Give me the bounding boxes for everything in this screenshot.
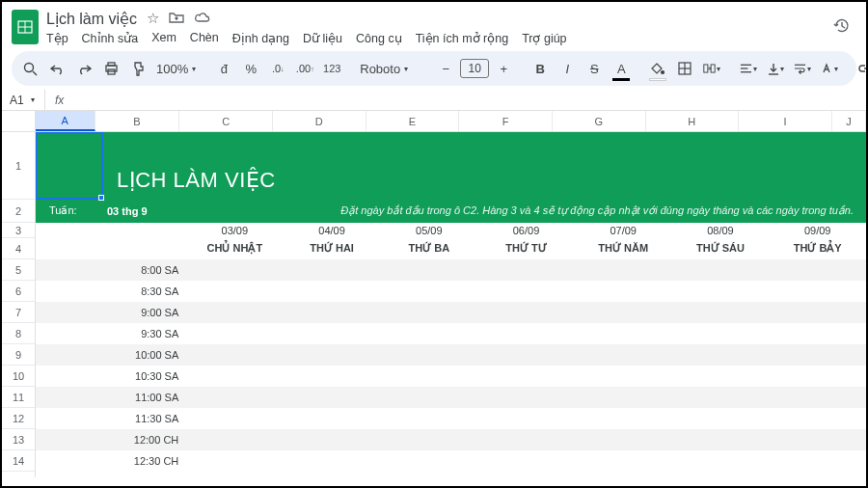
row-header[interactable]: 9: [2, 344, 35, 366]
day-date[interactable]: 08/09: [672, 223, 770, 237]
sheet-body[interactable]: LỊCH LÀM VIỆC Tuần: 03 thg 9 Đặt ngày bắ…: [36, 132, 866, 477]
col-header[interactable]: F: [459, 111, 553, 131]
time-cell[interactable]: 10:00 SA: [97, 344, 186, 365]
row-header[interactable]: 6: [2, 281, 35, 302]
halign-icon[interactable]: ▾: [740, 57, 757, 80]
font-select[interactable]: Roboto▾: [360, 62, 418, 76]
day-name[interactable]: THỨ SÁU: [672, 238, 770, 258]
banner-note[interactable]: Đặt ngày bắt đầu trong ô C2. Hàng 3 và 4…: [200, 200, 865, 222]
wrap-icon[interactable]: ▾: [794, 57, 811, 80]
day-date[interactable]: 06/09: [477, 223, 575, 237]
col-header[interactable]: H: [646, 111, 740, 131]
menu-extensions[interactable]: Tiện ích mở rộng: [416, 31, 508, 45]
time-cell[interactable]: 11:30 SA: [97, 408, 186, 428]
col-header[interactable]: G: [553, 111, 646, 131]
row-header[interactable]: 4: [2, 238, 35, 259]
doc-title[interactable]: Lịch làm việc: [46, 10, 137, 28]
svg-rect-12: [704, 65, 708, 72]
sheet-title[interactable]: LỊCH LÀM VIỆC: [103, 132, 865, 199]
day-name[interactable]: THỨ HAI: [284, 238, 381, 258]
redo-icon[interactable]: [75, 57, 93, 80]
merge-icon[interactable]: ▾: [703, 57, 720, 80]
menu-insert[interactable]: Chèn: [190, 31, 219, 45]
time-cell[interactable]: 12:30 CH: [97, 450, 186, 471]
menu-data[interactable]: Dữ liệu: [303, 31, 342, 45]
rotate-text-icon[interactable]: ▾: [821, 57, 838, 80]
paint-format-icon[interactable]: [129, 57, 147, 80]
col-header[interactable]: D: [273, 111, 366, 131]
row-header[interactable]: 7: [2, 302, 35, 323]
row-header[interactable]: 13: [2, 429, 35, 450]
italic-button[interactable]: I: [558, 57, 576, 80]
day-date[interactable]: 04/09: [284, 223, 381, 237]
menu-file[interactable]: Tệp: [46, 31, 68, 45]
col-header[interactable]: A: [36, 111, 95, 131]
fontsize-increase[interactable]: +: [495, 57, 512, 80]
formula-input[interactable]: [69, 90, 866, 110]
currency-format[interactable]: đ: [215, 57, 232, 80]
menu-view[interactable]: Xem: [151, 31, 176, 45]
row-header[interactable]: 8: [2, 323, 35, 344]
day-name[interactable]: CHỦ NHẬT: [186, 238, 284, 258]
time-cell[interactable]: 8:30 SA: [97, 281, 186, 301]
decrease-decimal[interactable]: .0↓: [269, 57, 286, 80]
day-name[interactable]: THỨ BA: [380, 238, 477, 258]
col-header[interactable]: I: [739, 111, 832, 131]
row-header[interactable]: 2: [2, 200, 35, 223]
row-header[interactable]: 11: [2, 387, 35, 408]
row-header[interactable]: 1: [2, 132, 35, 200]
undo-icon[interactable]: [48, 57, 66, 80]
percent-format[interactable]: %: [242, 57, 259, 80]
menu-tools[interactable]: Công cụ: [356, 31, 402, 45]
fontsize-decrease[interactable]: −: [437, 57, 454, 80]
menubar: Tệp Chỉnh sửa Xem Chèn Định dạng Dữ liệu…: [46, 31, 822, 45]
search-icon[interactable]: [21, 57, 39, 80]
move-folder-icon[interactable]: [169, 11, 184, 27]
zoom-select[interactable]: 100%▾: [156, 62, 196, 76]
text-color[interactable]: A: [612, 57, 630, 80]
time-row: 12:30 CH: [36, 450, 866, 472]
row-header[interactable]: 10: [2, 366, 35, 387]
col-header[interactable]: J: [832, 111, 866, 131]
time-cell[interactable]: 9:30 SA: [97, 323, 186, 343]
strike-button[interactable]: S: [585, 57, 603, 80]
day-date[interactable]: 03/09: [186, 223, 284, 237]
col-header[interactable]: B: [95, 111, 180, 131]
time-cell[interactable]: 8:00 SA: [97, 259, 186, 280]
day-date[interactable]: 05/09: [380, 223, 477, 237]
time-cell[interactable]: 11:00 SA: [97, 387, 186, 407]
day-date[interactable]: 07/09: [575, 223, 672, 237]
week-date[interactable]: 03 thg 9: [103, 200, 200, 222]
star-icon[interactable]: ☆: [147, 10, 159, 27]
cloud-status-icon[interactable]: [194, 11, 211, 27]
day-date[interactable]: 09/09: [769, 223, 866, 237]
select-all-corner[interactable]: [2, 111, 35, 132]
row-header[interactable]: 5: [2, 259, 35, 281]
menu-edit[interactable]: Chỉnh sửa: [82, 31, 139, 45]
fill-color[interactable]: [649, 57, 666, 80]
col-header[interactable]: C: [179, 111, 273, 131]
fontsize-input[interactable]: 10: [460, 59, 489, 78]
time-cell[interactable]: 9:00 SA: [97, 302, 186, 322]
print-icon[interactable]: [102, 57, 120, 80]
day-name[interactable]: THỨ BẢY: [769, 238, 866, 258]
time-cell[interactable]: 10:30 SA: [97, 366, 186, 386]
day-name[interactable]: THỨ TƯ: [477, 238, 575, 258]
row-header[interactable]: 3: [2, 223, 35, 238]
col-header[interactable]: E: [366, 111, 460, 131]
name-box[interactable]: A1▾: [2, 94, 44, 107]
day-name[interactable]: THỨ NĂM: [575, 238, 672, 258]
link-icon[interactable]: [857, 57, 868, 80]
more-formats[interactable]: 123: [323, 57, 340, 80]
history-icon[interactable]: [829, 14, 854, 39]
menu-help[interactable]: Trợ giúp: [522, 31, 566, 45]
increase-decimal[interactable]: .00↑: [296, 57, 313, 80]
time-cell[interactable]: 12:00 CH: [97, 429, 186, 449]
row-header[interactable]: 12: [2, 408, 35, 429]
menu-format[interactable]: Định dạng: [232, 31, 289, 45]
bold-button[interactable]: B: [531, 57, 549, 80]
borders-icon[interactable]: [676, 57, 693, 80]
valign-icon[interactable]: ▾: [767, 57, 784, 80]
week-label[interactable]: Tuần:: [36, 200, 103, 222]
row-header[interactable]: 14: [2, 450, 35, 472]
